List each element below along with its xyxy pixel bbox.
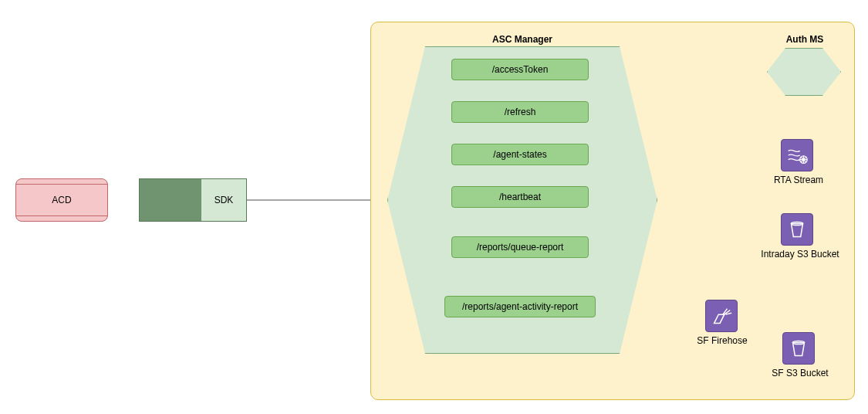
endpoint-refresh: /refresh <box>451 101 589 123</box>
asc-manager-title: ASC Manager <box>472 34 572 45</box>
kinesis-stream-icon <box>781 139 813 171</box>
endpoint-agent-states: /agent-states <box>451 144 589 165</box>
s3-bucket-icon-intraday <box>781 213 813 246</box>
sf-bucket-label: SF S3 Bucket <box>768 368 832 378</box>
acd-node: ACD <box>15 178 108 222</box>
auth-ms-title: Auth MS <box>778 34 832 45</box>
acd-label: ACD <box>52 195 71 205</box>
endpoint-access-token: /accessToken <box>451 59 589 80</box>
endpoint-heartbeat: /heartbeat <box>451 186 589 208</box>
intraday-bucket-label: Intraday S3 Bucket <box>758 249 843 260</box>
sdk-node: SDK <box>139 178 247 222</box>
rta-stream-label: RTA Stream <box>772 175 826 185</box>
endpoint-queue-report: /reports/queue-report <box>451 236 589 258</box>
sdk-label: SDK <box>214 195 234 205</box>
s3-bucket-icon-sf <box>782 332 815 365</box>
firehose-label: SF Firehose <box>694 335 750 346</box>
firehose-icon <box>705 300 738 332</box>
endpoint-agent-activity-report: /reports/agent-activity-report <box>444 296 596 317</box>
